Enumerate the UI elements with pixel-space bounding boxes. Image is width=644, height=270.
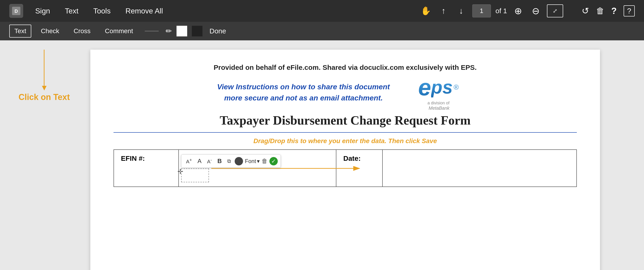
main-content: Click on Text Provided on behalf of eFil… [0, 40, 644, 270]
zoom-out-icon: ⊖ [532, 6, 540, 16]
eps-e-letter: e [418, 74, 431, 101]
increase-size-button[interactable]: A+ [184, 157, 194, 166]
fullscreen-button[interactable]: ⤢ [547, 5, 563, 18]
date-input-cell [382, 150, 576, 187]
normal-size-button[interactable]: A [196, 157, 203, 166]
help-button[interactable]: ? [611, 6, 617, 16]
remove-all-button[interactable]: Remove All [122, 5, 166, 17]
top-toolbar: D Sign Text Tools Remove All ✋ ↑ ↓ of 1 … [0, 0, 644, 22]
question-mark-icon: ? [611, 6, 617, 16]
text-input-box[interactable] [181, 168, 209, 182]
zoom-in-icon: ⊕ [514, 6, 522, 16]
instructions-line2: more secure and not as an email attachme… [217, 92, 390, 103]
pencil-icon: ✏ [166, 27, 172, 36]
trash-small-icon: 🗑 [262, 157, 268, 164]
dark-color-swatch[interactable] [192, 26, 202, 37]
drag-drop-area: Drag/Drop this to where you enter the da… [114, 137, 577, 145]
delete-button[interactable]: 🗑 [596, 6, 604, 16]
refresh-icon: ↺ [582, 6, 589, 16]
click-indicator-line [44, 50, 44, 87]
white-color-swatch[interactable] [176, 26, 187, 37]
click-indicator: Click on Text [18, 50, 70, 102]
sub-toolbar: Text Check Cross Comment ✏ Done [0, 22, 644, 40]
click-indicator-text: Click on Text [18, 92, 70, 102]
app-logo: D [9, 4, 23, 18]
zoom-in-button[interactable]: ⊕ [512, 5, 525, 18]
copy-button[interactable]: ⧉ [226, 157, 233, 165]
provided-text: Provided on behalf of eFile.com. Shared … [114, 64, 577, 72]
drag-drop-hint: Drag/Drop this to where you enter the da… [114, 137, 577, 145]
scroll-down-button[interactable]: ↓ [455, 5, 468, 18]
table-row: EFIN #: A+ A A- B ⧉ Font ▾ [114, 150, 576, 187]
circle-color-button[interactable] [235, 157, 243, 165]
delete-annotation-button[interactable]: 🗑 [262, 157, 268, 165]
check-mode-button[interactable]: Check [36, 25, 64, 37]
text-mode-button[interactable]: Text [9, 25, 31, 38]
decrease-size-button[interactable]: A- [205, 157, 214, 166]
toolbar-separator [145, 31, 159, 31]
eps-trademark: ® [454, 83, 459, 91]
eps-ps-letters: ps [431, 77, 453, 98]
efin-table: EFIN #: A+ A A- B ⧉ Font ▾ [114, 149, 577, 187]
instructions-area: View Instructions on how to share this d… [114, 78, 577, 106]
document-paper: Provided on behalf of eFile.com. Shared … [90, 50, 600, 270]
scroll-up-button[interactable]: ↑ [437, 5, 450, 18]
svg-text:D: D [14, 9, 18, 14]
done-button[interactable]: Done [210, 27, 226, 35]
bold-button[interactable]: B [216, 157, 224, 166]
help2-button[interactable]: ? [624, 5, 635, 17]
hand-icon: ✋ [421, 6, 431, 16]
font-dropdown-button[interactable]: Font ▾ [245, 158, 260, 164]
sign-button[interactable]: Sign [32, 5, 53, 17]
title-underline [114, 132, 577, 133]
eps-logo: e ps ® a division of MetaBank [404, 78, 473, 106]
fullscreen-icon: ⤢ [553, 8, 557, 14]
right-toolbar-icons: ↺ 🗑 ? ? [582, 5, 635, 17]
help2-icon: ? [624, 5, 635, 17]
document-title: Taxpayer Disbursement Change Request For… [114, 113, 577, 128]
page-number-input[interactable] [472, 5, 491, 18]
font-label: Font [245, 158, 256, 164]
efin-input-cell: A+ A A- B ⧉ Font ▾ 🗑 [178, 150, 336, 187]
text-button[interactable]: Text [62, 5, 81, 17]
comment-mode-button[interactable]: Comment [100, 25, 138, 37]
page-of-text: of 1 [496, 7, 507, 15]
font-dropdown-arrow: ▾ [257, 158, 260, 164]
refresh-button[interactable]: ↺ [582, 6, 589, 16]
cross-mode-button[interactable]: Cross [69, 25, 96, 37]
zoom-out-button[interactable]: ⊖ [529, 5, 542, 18]
eps-logo-main: e ps ® [418, 74, 459, 101]
hand-tool-button[interactable]: ✋ [420, 5, 432, 18]
check-circle-icon: ✓ [270, 157, 278, 165]
confirm-button[interactable]: ✓ [270, 157, 278, 165]
text-edit-toolbar: A+ A A- B ⧉ Font ▾ 🗑 [181, 154, 281, 168]
instructions-line1: View Instructions on how to share this d… [217, 81, 390, 92]
eps-division-text: a division of MetaBank [428, 101, 450, 111]
efin-label-cell: EFIN #: [114, 150, 178, 187]
date-label-cell: Date: [336, 150, 382, 187]
delete-icon: 🗑 [596, 6, 604, 16]
pagination-area: ✋ ↑ ↓ of 1 ⊕ ⊖ ⤢ [420, 5, 563, 18]
arrow-down-icon: ↓ [459, 6, 463, 16]
arrow-up-icon: ↑ [442, 6, 446, 16]
tools-button[interactable]: Tools [90, 5, 114, 17]
instructions-text: View Instructions on how to share this d… [217, 81, 390, 103]
